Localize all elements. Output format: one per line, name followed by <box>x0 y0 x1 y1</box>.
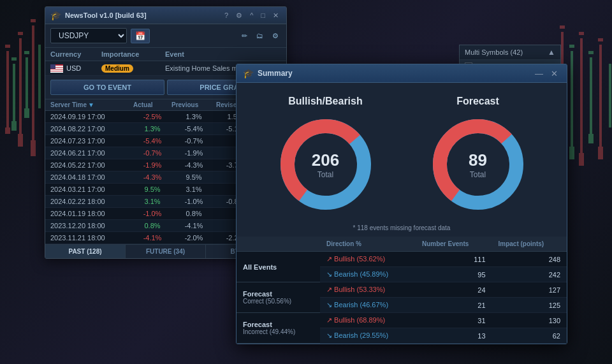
forecast-label: 89 Total <box>469 150 487 179</box>
svg-rect-35 <box>50 69 63 71</box>
summary-table: Direction % Number Events Impact (points… <box>237 237 567 344</box>
modal-title-bar: 🎓 Summary — ✕ <box>237 64 567 83</box>
previous-cell: 9.5% <box>171 173 216 181</box>
time-cell: 2024.06.21 17:00 <box>50 149 133 157</box>
impact1-cell: 248 <box>492 252 567 267</box>
svg-rect-29 <box>598 38 603 41</box>
forecast-total: 89 <box>469 150 487 170</box>
importance-badge: Medium <box>101 64 133 73</box>
gear-icon[interactable]: ⚙ <box>270 31 281 41</box>
svg-rect-6 <box>19 38 22 134</box>
direction1-link[interactable]: ↗ Bullish (53.33%) <box>326 286 385 293</box>
svg-rect-25 <box>590 57 592 134</box>
direction1-link[interactable]: ↗ Bullish (68.89%) <box>326 316 385 324</box>
edit-icon[interactable]: ✏ <box>239 31 250 41</box>
modal-minimize-button[interactable]: — <box>532 69 546 78</box>
archive-icon[interactable]: 🗂 <box>254 31 266 40</box>
summary-modal: 🎓 Summary — ✕ Bullish/Bearish 206 Total <box>236 64 567 344</box>
actual-cell: -1.0% <box>133 210 171 217</box>
time-cell: 2024.07.23 17:00 <box>50 137 133 145</box>
actual-cell: 0.8% <box>133 222 171 229</box>
time-cell: 2024.01.19 18:00 <box>50 210 133 217</box>
multi-panel-scroll[interactable]: ▲ <box>548 48 555 57</box>
previous-cell: 3.1% <box>171 186 216 193</box>
minimize-button[interactable]: ^ <box>247 11 256 20</box>
go-to-event-button[interactable]: GO TO EVENT <box>50 80 164 95</box>
row-label: Forecast <box>243 321 314 328</box>
forecast-title: Forecast <box>456 96 499 107</box>
svg-rect-13 <box>31 19 36 22</box>
impact2-cell: 62 <box>492 328 567 344</box>
direction2-link[interactable]: ↘ Bearish (45.89%) <box>326 270 388 278</box>
events2-cell: 13 <box>416 328 492 344</box>
server-time-header[interactable]: Server Time ▼ <box>50 101 133 108</box>
th-direction: Direction % <box>320 237 416 252</box>
summary-table-header-row: Direction % Number Events Impact (points… <box>237 237 567 252</box>
currency-select[interactable]: USDJPY EURUSD GBPUSD <box>50 28 127 43</box>
actual-cell: -4.1% <box>133 234 171 242</box>
charts-area: Bullish/Bearish 206 Total Forecast <box>237 83 567 222</box>
events2-cell: 21 <box>416 298 492 313</box>
footer-tab[interactable]: FUTURE (34) <box>126 245 206 258</box>
modal-title-left: 🎓 Summary <box>243 68 293 78</box>
svg-rect-11 <box>24 108 29 118</box>
modal-close-button[interactable]: ✕ <box>548 69 560 78</box>
svg-rect-28 <box>599 45 602 147</box>
previous-cell: -1.9% <box>171 149 216 157</box>
close-button[interactable]: ✕ <box>270 11 281 20</box>
modal-controls: — ✕ <box>532 69 560 78</box>
bullish-bearish-title: Bullish/Bearish <box>288 96 362 107</box>
bullish-bearish-section: Bullish/Bearish 206 Total <box>275 96 377 215</box>
column-headers: Currency Importance Event <box>45 48 286 61</box>
direction2-link[interactable]: ↘ Bearish (29.55%) <box>326 331 388 339</box>
help-button[interactable]: ? <box>222 11 231 20</box>
bullish-bearish-total: 206 <box>312 150 339 170</box>
time-cell: 2024.04.18 17:00 <box>50 173 133 181</box>
maximize-button[interactable]: □ <box>258 11 268 20</box>
svg-rect-30 <box>598 147 603 159</box>
direction1-link[interactable]: ↗ Bullish (53.62%) <box>326 255 385 263</box>
svg-rect-10 <box>24 51 29 54</box>
svg-rect-24 <box>579 153 584 166</box>
forecast-note: * 118 events missing forecast data <box>237 222 567 237</box>
svg-rect-17 <box>560 25 565 29</box>
summary-table-row: Forecast Correct (50.56%) ↗ Bullish (53.… <box>237 282 567 298</box>
svg-rect-22 <box>580 38 583 153</box>
previous-cell: -4.3% <box>171 161 216 169</box>
svg-rect-36 <box>50 71 63 73</box>
svg-rect-7 <box>18 32 23 35</box>
event-header: Event <box>165 50 281 58</box>
svg-rect-19 <box>571 51 573 147</box>
importance-cell: Medium <box>101 64 165 73</box>
th-impact: Impact (points) <box>492 237 567 252</box>
svg-rect-31 <box>609 64 611 127</box>
importance-header: Importance <box>101 50 165 58</box>
currency-name: USD <box>66 64 81 72</box>
calendar-button[interactable]: 📅 <box>131 29 150 43</box>
multi-panel-title: Multi Symbols (42) <box>465 48 523 56</box>
previous-cell: -0.7% <box>171 137 216 145</box>
forecast-section: Forecast 89 Total <box>427 96 529 215</box>
settings-button[interactable]: ⚙ <box>233 11 245 20</box>
svg-rect-20 <box>569 45 574 48</box>
impact2-cell: 125 <box>492 298 567 313</box>
previous-cell: -2.0% <box>171 234 216 242</box>
time-cell: 2023.11.21 18:00 <box>50 234 133 242</box>
multi-panel-header: Multi Symbols (42) ▲ <box>460 45 560 60</box>
summary-table-row: All Events ↗ Bullish (53.62%) 111 248 <box>237 252 567 267</box>
forecast-sublabel: Total <box>470 170 486 179</box>
svg-rect-14 <box>31 140 36 156</box>
th-label <box>237 237 320 252</box>
footer-tab[interactable]: PAST (128) <box>45 245 126 258</box>
direction2-link[interactable]: ↘ Bearish (46.67%) <box>326 301 388 309</box>
usd-flag <box>50 64 63 73</box>
th-events: Number Events <box>416 237 492 252</box>
svg-rect-2 <box>5 127 10 134</box>
time-cell: 2024.02.22 18:00 <box>50 198 133 205</box>
events1-cell: 24 <box>416 282 492 298</box>
actual-cell: 9.5% <box>133 186 171 193</box>
previous-cell: -4.1% <box>171 222 216 229</box>
forecast-donut: 89 Total <box>427 113 529 215</box>
row-label: Forecast <box>243 290 314 298</box>
modal-icon: 🎓 <box>243 68 254 78</box>
